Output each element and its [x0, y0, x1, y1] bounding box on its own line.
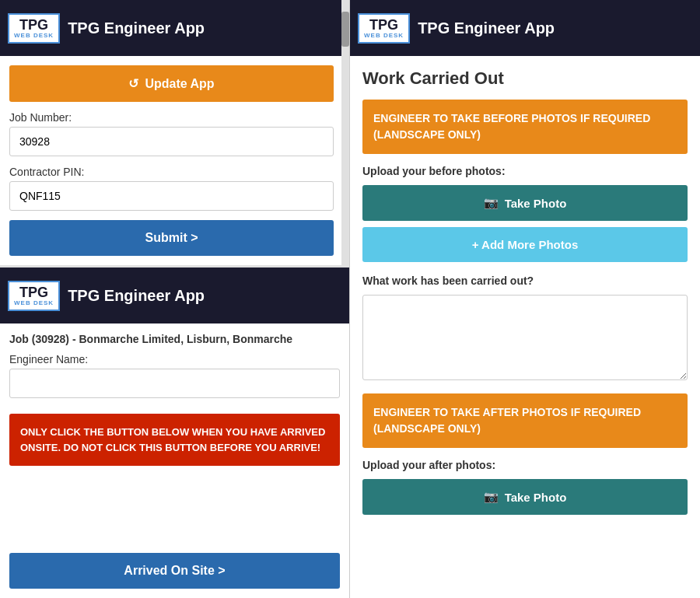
top-header: TPG WEB DESK TPG Engineer App — [0, 0, 349, 56]
job-number-label: Job Number: — [9, 111, 334, 124]
login-form-panel: ↺ Update App Job Number: Contractor PIN:… — [0, 56, 349, 265]
engineer-name-label: Engineer Name: — [9, 353, 340, 365]
work-carried-textarea[interactable] — [362, 295, 688, 380]
take-photo-after-button[interactable]: 📷 Take Photo — [362, 479, 688, 515]
logo-bottom: TPG WEB DESK — [8, 281, 60, 311]
take-photo-before-button[interactable]: 📷 Take Photo — [362, 185, 688, 221]
warning-box: ONLY CLICK THE BUTTON BELOW WHEN YOU HAV… — [9, 414, 340, 466]
contractor-pin-label: Contractor PIN: — [9, 166, 334, 178]
logo-text-bottom: WEB DESK — [14, 32, 54, 39]
before-photos-banner: ENGINEER TO TAKE BEFORE PHOTOS IF REQUIR… — [362, 100, 688, 154]
logo: TPG WEB DESK — [8, 13, 60, 44]
contractor-pin-input[interactable] — [9, 181, 334, 211]
logo-text-top-r: TPG — [364, 18, 404, 32]
job-info-panel: TPG WEB DESK TPG Engineer App Job (30928… — [0, 265, 349, 598]
submit-button[interactable]: Submit > — [9, 220, 334, 256]
app-title-right: TPG Engineer App — [418, 19, 555, 37]
app-title-top: TPG Engineer App — [68, 19, 205, 37]
right-header: TPG WEB DESK TPG Engineer App — [350, 0, 700, 56]
job-number-input[interactable] — [9, 127, 334, 156]
update-app-button[interactable]: ↺ Update App — [9, 65, 334, 102]
job-info-content: Job (30928) - Bonmarche Limited, Lisburn… — [0, 323, 349, 598]
upload-after-label: Upload your after photos: — [362, 459, 688, 471]
engineer-name-input[interactable] — [9, 369, 340, 398]
work-carried-label: What work has been carried out? — [362, 275, 688, 287]
refresh-icon: ↺ — [128, 76, 138, 91]
right-panel: TPG WEB DESK TPG Engineer App Work Carri… — [350, 0, 700, 598]
logo-text-bottom-r: WEB DESK — [364, 32, 404, 39]
app-title-bottom: TPG Engineer App — [68, 287, 205, 305]
after-photos-banner: ENGINEER TO TAKE AFTER PHOTOS IF REQUIRE… — [362, 393, 688, 448]
upload-before-label: Upload your before photos: — [362, 165, 688, 177]
arrived-on-site-button[interactable]: Arrived On Site > — [9, 553, 340, 589]
logo-text-top: TPG — [14, 18, 54, 32]
logo-text-top-2: TPG — [14, 285, 54, 299]
right-content: Work Carried Out ENGINEER TO TAKE BEFORE… — [350, 56, 700, 533]
bottom-header: TPG WEB DESK TPG Engineer App — [0, 268, 349, 323]
logo-text-bottom-2: WEB DESK — [14, 299, 54, 306]
camera-icon: 📷 — [484, 196, 499, 210]
add-more-photos-button[interactable]: + Add More Photos — [362, 227, 688, 262]
page-title: Work Carried Out — [362, 68, 688, 89]
left-panel: TPG WEB DESK TPG Engineer App ↺ Update A… — [0, 0, 350, 598]
logo-right: TPG WEB DESK — [358, 13, 410, 44]
job-title: Job (30928) - Bonmarche Limited, Lisburn… — [9, 333, 340, 345]
camera-icon-after: 📷 — [484, 490, 499, 504]
